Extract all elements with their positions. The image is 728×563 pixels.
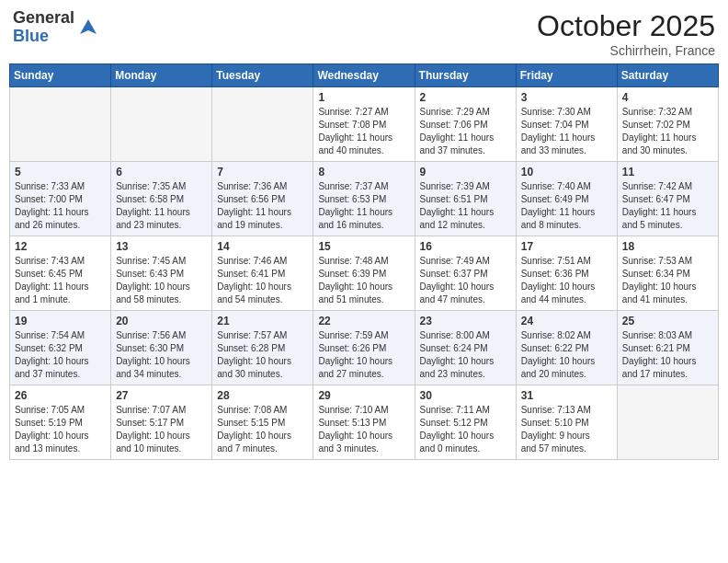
day-number: 11 bbox=[622, 166, 713, 178]
day-info: Sunrise: 7:13 AM Sunset: 5:10 PM Dayligh… bbox=[521, 404, 612, 455]
calendar-day-cell: 8Sunrise: 7:37 AM Sunset: 6:53 PM Daylig… bbox=[313, 162, 415, 236]
weekday-header: Friday bbox=[516, 64, 617, 87]
day-number: 1 bbox=[318, 91, 409, 104]
day-info: Sunrise: 7:05 AM Sunset: 5:19 PM Dayligh… bbox=[15, 404, 106, 455]
day-number: 26 bbox=[15, 389, 106, 402]
day-number: 23 bbox=[420, 315, 511, 327]
calendar-table: SundayMondayTuesdayWednesdayThursdayFrid… bbox=[9, 63, 719, 460]
calendar-day-cell: 11Sunrise: 7:42 AM Sunset: 6:47 PM Dayli… bbox=[617, 162, 718, 236]
calendar-day-cell bbox=[10, 87, 111, 162]
day-info: Sunrise: 7:10 AM Sunset: 5:13 PM Dayligh… bbox=[318, 404, 409, 455]
day-number: 10 bbox=[521, 166, 612, 178]
day-info: Sunrise: 7:53 AM Sunset: 6:34 PM Dayligh… bbox=[622, 255, 713, 306]
day-number: 13 bbox=[116, 240, 207, 253]
day-info: Sunrise: 7:36 AM Sunset: 6:56 PM Dayligh… bbox=[217, 180, 308, 232]
day-number: 15 bbox=[318, 240, 409, 253]
day-info: Sunrise: 7:29 AM Sunset: 7:06 PM Dayligh… bbox=[420, 106, 511, 157]
calendar-day-cell: 17Sunrise: 7:51 AM Sunset: 6:36 PM Dayli… bbox=[516, 236, 617, 311]
calendar-header-row: SundayMondayTuesdayWednesdayThursdayFrid… bbox=[10, 64, 719, 87]
day-info: Sunrise: 7:32 AM Sunset: 7:02 PM Dayligh… bbox=[622, 106, 713, 157]
day-info: Sunrise: 7:54 AM Sunset: 6:32 PM Dayligh… bbox=[15, 329, 106, 381]
calendar-day-cell: 22Sunrise: 7:59 AM Sunset: 6:26 PM Dayli… bbox=[313, 311, 415, 385]
calendar-day-cell: 25Sunrise: 8:03 AM Sunset: 6:21 PM Dayli… bbox=[617, 311, 718, 385]
calendar-day-cell: 2Sunrise: 7:29 AM Sunset: 7:06 PM Daylig… bbox=[415, 87, 516, 162]
day-info: Sunrise: 7:45 AM Sunset: 6:43 PM Dayligh… bbox=[116, 255, 207, 306]
day-number: 9 bbox=[420, 166, 511, 178]
title-block: October 2025 Schirrhein, France bbox=[537, 9, 715, 58]
day-number: 18 bbox=[622, 240, 713, 253]
day-info: Sunrise: 8:03 AM Sunset: 6:21 PM Dayligh… bbox=[622, 329, 713, 381]
day-number: 2 bbox=[420, 91, 511, 104]
calendar-day-cell: 15Sunrise: 7:48 AM Sunset: 6:39 PM Dayli… bbox=[313, 236, 415, 311]
calendar-day-cell: 18Sunrise: 7:53 AM Sunset: 6:34 PM Dayli… bbox=[617, 236, 718, 311]
day-number: 12 bbox=[15, 240, 106, 253]
calendar-week-row: 26Sunrise: 7:05 AM Sunset: 5:19 PM Dayli… bbox=[10, 385, 719, 460]
day-info: Sunrise: 7:39 AM Sunset: 6:51 PM Dayligh… bbox=[420, 180, 511, 232]
logo-icon bbox=[78, 17, 98, 38]
day-info: Sunrise: 7:11 AM Sunset: 5:12 PM Dayligh… bbox=[420, 404, 511, 455]
logo: General Blue bbox=[13, 9, 98, 46]
calendar-day-cell: 20Sunrise: 7:56 AM Sunset: 6:30 PM Dayli… bbox=[111, 311, 212, 385]
calendar-day-cell: 27Sunrise: 7:07 AM Sunset: 5:17 PM Dayli… bbox=[111, 385, 212, 460]
day-number: 6 bbox=[116, 166, 207, 178]
day-info: Sunrise: 7:42 AM Sunset: 6:47 PM Dayligh… bbox=[622, 180, 713, 232]
day-number: 30 bbox=[420, 389, 511, 402]
day-number: 3 bbox=[521, 91, 612, 104]
day-number: 19 bbox=[15, 315, 106, 327]
day-number: 20 bbox=[116, 315, 207, 327]
day-number: 4 bbox=[622, 91, 713, 104]
day-info: Sunrise: 8:00 AM Sunset: 6:24 PM Dayligh… bbox=[420, 329, 511, 381]
day-info: Sunrise: 7:49 AM Sunset: 6:37 PM Dayligh… bbox=[420, 255, 511, 306]
day-info: Sunrise: 7:33 AM Sunset: 7:00 PM Dayligh… bbox=[15, 180, 106, 232]
calendar-week-row: 5Sunrise: 7:33 AM Sunset: 7:00 PM Daylig… bbox=[10, 162, 719, 236]
day-info: Sunrise: 7:08 AM Sunset: 5:15 PM Dayligh… bbox=[217, 404, 308, 455]
day-info: Sunrise: 7:43 AM Sunset: 6:45 PM Dayligh… bbox=[15, 255, 106, 306]
day-number: 21 bbox=[217, 315, 308, 327]
calendar-day-cell bbox=[111, 87, 212, 162]
calendar-day-cell: 16Sunrise: 7:49 AM Sunset: 6:37 PM Dayli… bbox=[415, 236, 516, 311]
day-info: Sunrise: 7:30 AM Sunset: 7:04 PM Dayligh… bbox=[521, 106, 612, 157]
calendar-day-cell: 30Sunrise: 7:11 AM Sunset: 5:12 PM Dayli… bbox=[415, 385, 516, 460]
calendar-day-cell: 7Sunrise: 7:36 AM Sunset: 6:56 PM Daylig… bbox=[212, 162, 313, 236]
calendar-week-row: 12Sunrise: 7:43 AM Sunset: 6:45 PM Dayli… bbox=[10, 236, 719, 311]
day-info: Sunrise: 7:35 AM Sunset: 6:58 PM Dayligh… bbox=[116, 180, 207, 232]
calendar-day-cell: 26Sunrise: 7:05 AM Sunset: 5:19 PM Dayli… bbox=[10, 385, 111, 460]
month-year-title: October 2025 bbox=[537, 9, 715, 43]
day-info: Sunrise: 7:40 AM Sunset: 6:49 PM Dayligh… bbox=[521, 180, 612, 232]
day-number: 31 bbox=[521, 389, 612, 402]
calendar-day-cell: 28Sunrise: 7:08 AM Sunset: 5:15 PM Dayli… bbox=[212, 385, 313, 460]
day-number: 22 bbox=[318, 315, 409, 327]
day-number: 29 bbox=[318, 389, 409, 402]
day-info: Sunrise: 8:02 AM Sunset: 6:22 PM Dayligh… bbox=[521, 329, 612, 381]
calendar-day-cell bbox=[617, 385, 718, 460]
weekday-header: Monday bbox=[111, 64, 212, 87]
day-number: 8 bbox=[318, 166, 409, 178]
day-number: 25 bbox=[622, 315, 713, 327]
day-info: Sunrise: 7:37 AM Sunset: 6:53 PM Dayligh… bbox=[318, 180, 409, 232]
location-subtitle: Schirrhein, France bbox=[537, 43, 715, 58]
calendar-day-cell: 23Sunrise: 8:00 AM Sunset: 6:24 PM Dayli… bbox=[415, 311, 516, 385]
weekday-header: Sunday bbox=[10, 64, 111, 87]
calendar-day-cell: 14Sunrise: 7:46 AM Sunset: 6:41 PM Dayli… bbox=[212, 236, 313, 311]
calendar-day-cell: 12Sunrise: 7:43 AM Sunset: 6:45 PM Dayli… bbox=[10, 236, 111, 311]
calendar-week-row: 19Sunrise: 7:54 AM Sunset: 6:32 PM Dayli… bbox=[10, 311, 719, 385]
calendar-day-cell: 4Sunrise: 7:32 AM Sunset: 7:02 PM Daylig… bbox=[617, 87, 718, 162]
day-number: 14 bbox=[217, 240, 308, 253]
calendar-day-cell: 13Sunrise: 7:45 AM Sunset: 6:43 PM Dayli… bbox=[111, 236, 212, 311]
logo-general-text: General bbox=[13, 9, 74, 28]
day-number: 16 bbox=[420, 240, 511, 253]
day-info: Sunrise: 7:56 AM Sunset: 6:30 PM Dayligh… bbox=[116, 329, 207, 381]
day-info: Sunrise: 7:48 AM Sunset: 6:39 PM Dayligh… bbox=[318, 255, 409, 306]
calendar-day-cell: 21Sunrise: 7:57 AM Sunset: 6:28 PM Dayli… bbox=[212, 311, 313, 385]
weekday-header: Wednesday bbox=[313, 64, 415, 87]
day-info: Sunrise: 7:57 AM Sunset: 6:28 PM Dayligh… bbox=[217, 329, 308, 381]
calendar-week-row: 1Sunrise: 7:27 AM Sunset: 7:08 PM Daylig… bbox=[10, 87, 719, 162]
weekday-header: Saturday bbox=[617, 64, 718, 87]
calendar-day-cell: 6Sunrise: 7:35 AM Sunset: 6:58 PM Daylig… bbox=[111, 162, 212, 236]
day-number: 27 bbox=[116, 389, 207, 402]
day-number: 5 bbox=[15, 166, 106, 178]
calendar-day-cell: 24Sunrise: 8:02 AM Sunset: 6:22 PM Dayli… bbox=[516, 311, 617, 385]
day-number: 17 bbox=[521, 240, 612, 253]
weekday-header: Thursday bbox=[415, 64, 516, 87]
page-header: General Blue October 2025 Schirrhein, Fr… bbox=[9, 9, 719, 58]
